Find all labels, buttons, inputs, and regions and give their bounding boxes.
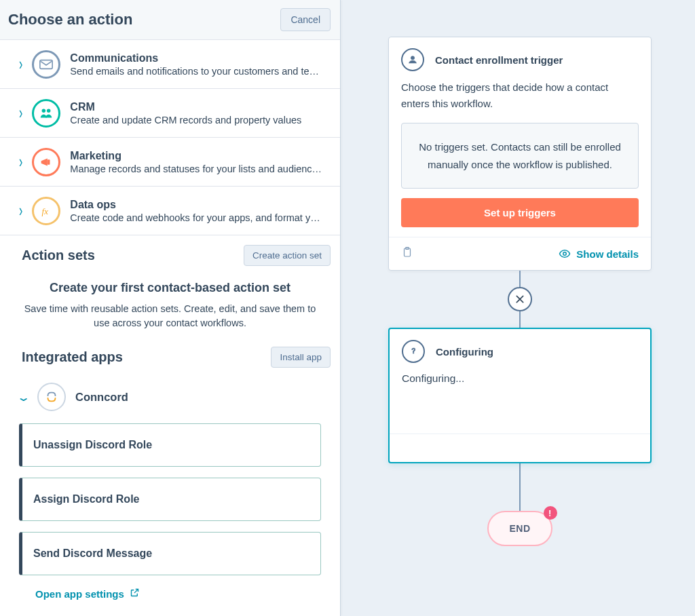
svg-point-8 — [563, 252, 567, 256]
node-header: Contact enrollment trigger — [389, 37, 651, 74]
alert-badge-icon: ! — [544, 506, 557, 520]
action-send-message[interactable]: Send Discord Message — [19, 532, 321, 575]
promo-desc: Save time with reusable action sets. Cre… — [16, 302, 324, 330]
chevron-right-icon: › — [19, 54, 22, 74]
category-communications[interactable]: › Communications Send emails and notific… — [0, 40, 340, 89]
app-action-list: Unassign Discord Role Assign Discord Rol… — [0, 415, 340, 575]
promo-title: Create your first contact-based action s… — [16, 281, 324, 295]
category-desc: Manage records and statuses for your lis… — [70, 163, 331, 174]
clipboard-icon[interactable] — [401, 246, 413, 262]
category-desc: Send emails and notifications to your cu… — [70, 66, 331, 77]
connector-line — [519, 271, 521, 287]
function-icon: fx — [32, 197, 60, 225]
svg-text:fx: fx — [42, 206, 49, 216]
action-categories: › Communications Send emails and notific… — [0, 40, 340, 235]
svg-text:?: ? — [411, 347, 415, 355]
chevron-down-icon: ⌄ — [16, 391, 31, 404]
connector-line — [519, 311, 521, 328]
action-sets-header: Action sets Create action set — [0, 235, 340, 271]
action-chooser-panel: Choose an action Cancel › Communications… — [0, 0, 341, 616]
create-action-set-button[interactable]: Create action set — [244, 245, 331, 266]
cancel-button[interactable]: Cancel — [280, 8, 331, 31]
chevron-right-icon: › — [19, 103, 22, 123]
action-unassign-role[interactable]: Unassign Discord Role — [19, 423, 321, 467]
svg-point-5 — [411, 56, 414, 60]
person-icon — [401, 48, 424, 71]
node-title: Configuring — [436, 346, 493, 358]
question-icon: ? — [402, 340, 425, 363]
chevron-right-icon: › — [19, 152, 22, 172]
open-app-settings-link[interactable]: Open app settings — [16, 575, 340, 601]
people-icon — [32, 99, 60, 128]
action-assign-role[interactable]: Assign Discord Role — [19, 478, 321, 521]
category-desc: Create and update CRM records and proper… — [70, 115, 331, 126]
app-root: Choose an action Cancel › Communications… — [0, 0, 695, 616]
show-details-label: Show details — [576, 248, 639, 260]
node-body: Configuring... — [390, 366, 650, 389]
panel-header: Choose an action Cancel — [0, 0, 340, 40]
category-data-ops[interactable]: › fx Data ops Create code and webhooks f… — [0, 187, 340, 235]
node-footer-band — [390, 434, 650, 462]
node-title: Contact enrollment trigger — [435, 54, 563, 66]
connector-line — [519, 463, 521, 511]
end-label: END — [509, 523, 530, 534]
node-description: Choose the triggers that decide how a co… — [389, 74, 651, 116]
category-desc: Create code and webhooks for your apps, … — [70, 212, 331, 223]
megaphone-icon — [32, 148, 60, 176]
chevron-right-icon: › — [19, 201, 22, 220]
plug-icon — [37, 383, 66, 411]
category-label: Data ops — [70, 199, 331, 211]
app-name: Conncord — [75, 391, 128, 404]
panel-title: Choose an action — [8, 11, 132, 28]
integrated-app-conncord[interactable]: ⌄ Conncord — [0, 373, 340, 415]
setup-triggers-button[interactable]: Set up triggers — [401, 198, 639, 227]
svg-point-1 — [42, 109, 46, 113]
install-app-button[interactable]: Install app — [271, 347, 331, 368]
remove-node-button[interactable] — [508, 287, 532, 311]
svg-point-2 — [47, 109, 51, 113]
category-label: Marketing — [70, 150, 331, 162]
no-triggers-notice: No triggers set. Contacts can still be e… — [401, 123, 639, 189]
action-sets-promo: Create your first contact-based action s… — [0, 271, 340, 337]
category-crm[interactable]: › CRM Create and update CRM records and … — [0, 89, 340, 138]
category-label: Communications — [70, 52, 331, 64]
category-label: CRM — [70, 101, 331, 113]
configuring-node[interactable]: ? Configuring Configuring... — [388, 328, 652, 463]
show-details-button[interactable]: Show details — [559, 248, 639, 260]
node-footer: Show details — [389, 237, 651, 270]
workflow-canvas: Contact enrollment trigger Choose the tr… — [341, 0, 695, 616]
svg-rect-3 — [48, 159, 50, 164]
category-marketing[interactable]: › Marketing Manage records and statuses … — [0, 138, 340, 187]
integrated-apps-header: Integrated apps Install app — [0, 337, 340, 373]
end-node[interactable]: END ! — [487, 511, 552, 546]
node-header: ? Configuring — [390, 329, 650, 366]
envelope-icon — [32, 50, 60, 79]
link-label: Open app settings — [35, 588, 124, 600]
enrollment-trigger-node[interactable]: Contact enrollment trigger Choose the tr… — [388, 37, 652, 271]
external-link-icon — [130, 588, 140, 600]
section-title: Action sets — [10, 248, 95, 263]
section-title: Integrated apps — [10, 349, 123, 365]
